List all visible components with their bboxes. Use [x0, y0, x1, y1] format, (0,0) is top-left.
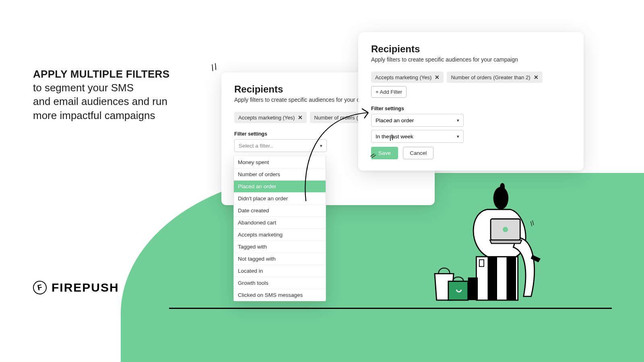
filter-option[interactable]: Not tagged with: [234, 253, 326, 265]
filter-option[interactable]: Growth tools: [234, 277, 326, 289]
svg-rect-3: [468, 278, 478, 300]
filter-option[interactable]: Accepts marketing: [234, 229, 326, 241]
save-button[interactable]: Save: [371, 147, 398, 159]
filter-chip[interactable]: Accepts marketing (Yes) ✕: [234, 112, 307, 123]
brand-name: FIREPUSH: [52, 281, 119, 294]
cancel-button[interactable]: Cancel: [403, 147, 433, 159]
filter-value-select[interactable]: In the last week ▾: [371, 130, 464, 143]
brand-logo: F FIREPUSH: [33, 281, 119, 294]
close-icon[interactable]: ✕: [298, 114, 303, 121]
ground-line: [169, 308, 612, 309]
filter-option[interactable]: Placed an order: [234, 181, 326, 193]
promo-sub-2: and email audiences and run: [33, 95, 202, 108]
filter-chip-row: Accepts marketing (Yes) ✕ Number of orde…: [371, 72, 571, 98]
svg-point-6: [503, 227, 508, 232]
svg-rect-2: [448, 281, 468, 300]
close-icon[interactable]: ✕: [534, 74, 539, 80]
chip-label: Accepts marketing (Yes): [238, 115, 295, 121]
filter-option[interactable]: Tagged with: [234, 241, 326, 253]
filter-chip[interactable]: Number of orders (Greater than 2) ✕: [447, 72, 542, 83]
chevron-down-icon: ▾: [457, 134, 459, 139]
filter-select[interactable]: Select a filter.. ▾: [234, 139, 327, 152]
promo-sub-1: to segment your SMS: [33, 81, 202, 95]
filter-select-dropdown[interactable]: Money spentNumber of ordersPlaced an ord…: [233, 156, 326, 301]
filter-option[interactable]: Abandoned cart: [234, 217, 326, 229]
filter-option[interactable]: Number of orders: [234, 169, 326, 181]
filter-settings-label: Filter settings: [371, 106, 571, 111]
brand-mark-icon: F: [32, 280, 48, 296]
card-desc: Apply filters to create specific audienc…: [371, 56, 571, 63]
chip-label: Number of orders (Greater than 2): [451, 74, 530, 80]
chevron-down-icon: ▾: [320, 143, 322, 148]
card-title: Recipients: [371, 43, 571, 55]
recipients-card-front: Recipients Apply filters to create speci…: [358, 32, 584, 171]
select-placeholder: Select a filter..: [239, 143, 273, 149]
select-value: In the last week: [376, 134, 413, 140]
filter-option[interactable]: Clicked on SMS messages: [234, 289, 326, 301]
filter-option[interactable]: Date created: [234, 205, 326, 217]
select-value: Placed an order: [376, 117, 414, 123]
chip-label: Accepts marketing (Yes): [375, 74, 431, 80]
sparkle-icon: / /: [210, 62, 218, 74]
svg-point-4: [493, 187, 509, 209]
chevron-down-icon: ▾: [457, 118, 459, 123]
filter-option[interactable]: Located in: [234, 265, 326, 277]
add-filter-button[interactable]: + Add Filter: [371, 86, 407, 98]
promo-sub-3: more impactful campaigns: [33, 109, 202, 122]
filter-type-select[interactable]: Placed an order ▾: [371, 114, 464, 127]
filter-option[interactable]: Didn't place an order: [234, 193, 326, 205]
promo-block: APPLY MULTIPLE FILTERS to segment your S…: [33, 68, 202, 122]
filter-chip[interactable]: Accepts marketing (Yes) ✕: [371, 72, 444, 83]
close-icon[interactable]: ✕: [435, 74, 440, 80]
promo-headline: APPLY MULTIPLE FILTERS: [33, 68, 202, 80]
person-laptop-illustration: [427, 183, 568, 308]
action-row: Save Cancel: [371, 147, 571, 159]
filter-option[interactable]: Money spent: [234, 156, 326, 169]
